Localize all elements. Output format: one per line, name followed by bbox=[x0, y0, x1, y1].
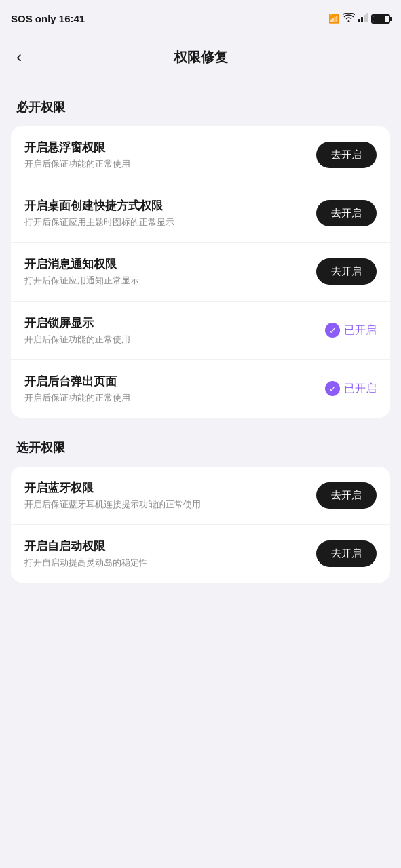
status-icons: 📶 bbox=[328, 13, 390, 24]
section-title-required: 必开权限 bbox=[0, 88, 401, 121]
permission-desc-bluetooth: 开启后保证蓝牙耳机连接提示功能的正常使用 bbox=[24, 498, 305, 511]
permission-title-auto-start: 开启自启动权限 bbox=[24, 538, 305, 554]
enabled-label-background-popup: 已开启 bbox=[344, 382, 377, 396]
enable-button-float-window[interactable]: 去开启 bbox=[316, 142, 377, 168]
permission-title-float-window: 开启悬浮窗权限 bbox=[24, 140, 305, 155]
permission-row-float-window: 开启悬浮窗权限开启后保证功能的正常使用去开启 bbox=[11, 126, 390, 184]
permission-desc-notification: 打开后保证应用通知正常显示 bbox=[24, 275, 305, 287]
permission-desc-float-window: 开启后保证功能的正常使用 bbox=[24, 158, 305, 170]
permission-text-desktop-shortcut: 开启桌面创建快捷方式权限打开后保证应用主题时图标的正常显示 bbox=[24, 198, 305, 229]
section-title-optional: 选开权限 bbox=[0, 429, 401, 461]
status-bar: SOS only 16:41 📶 bbox=[0, 0, 401, 37]
signal-icon bbox=[358, 13, 368, 24]
permission-text-float-window: 开启悬浮窗权限开启后保证功能的正常使用 bbox=[24, 140, 305, 170]
permission-desc-desktop-shortcut: 打开后保证应用主题时图标的正常显示 bbox=[24, 216, 305, 229]
enable-button-desktop-shortcut[interactable]: 去开启 bbox=[316, 200, 377, 226]
permission-row-background-popup: 开启后台弹出页面开启后保证功能的正常使用✓已开启 bbox=[11, 360, 390, 418]
status-time: SOS only 16:41 bbox=[11, 13, 85, 24]
svg-rect-2 bbox=[364, 15, 366, 22]
permission-title-background-popup: 开启后台弹出页面 bbox=[24, 374, 314, 389]
svg-rect-3 bbox=[366, 13, 368, 22]
permission-desc-lock-screen: 开启后保证功能的正常使用 bbox=[24, 334, 314, 346]
enable-button-bluetooth[interactable]: 去开启 bbox=[316, 482, 377, 509]
page-title: 权限修复 bbox=[174, 48, 228, 66]
permission-title-bluetooth: 开启蓝牙权限 bbox=[24, 480, 305, 496]
permission-text-bluetooth: 开启蓝牙权限开启后保证蓝牙耳机连接提示功能的正常使用 bbox=[24, 480, 305, 511]
enabled-label-lock-screen: 已开启 bbox=[344, 323, 377, 338]
permission-row-notification: 开启消息通知权限打开后保证应用通知正常显示去开启 bbox=[11, 243, 390, 301]
card-optional: 开启蓝牙权限开启后保证蓝牙耳机连接提示功能的正常使用去开启开启自启动权限打开自启… bbox=[11, 467, 390, 583]
card-required: 开启悬浮窗权限开启后保证功能的正常使用去开启开启桌面创建快捷方式权限打开后保证应… bbox=[11, 126, 390, 418]
sections-container: 必开权限开启悬浮窗权限开启后保证功能的正常使用去开启开启桌面创建快捷方式权限打开… bbox=[0, 88, 401, 583]
permission-desc-auto-start: 打开自启动提高灵动岛的稳定性 bbox=[24, 557, 305, 569]
section-required: 必开权限开启悬浮窗权限开启后保证功能的正常使用去开启开启桌面创建快捷方式权限打开… bbox=[0, 88, 401, 418]
permission-text-notification: 开启消息通知权限打开后保证应用通知正常显示 bbox=[24, 256, 305, 287]
check-icon-lock-screen: ✓ bbox=[325, 323, 340, 338]
permission-row-auto-start: 开启自启动权限打开自启动提高灵动岛的稳定性去开启 bbox=[11, 525, 390, 583]
battery-icon bbox=[371, 14, 390, 24]
check-icon-background-popup: ✓ bbox=[325, 381, 340, 396]
permission-title-notification: 开启消息通知权限 bbox=[24, 256, 305, 272]
permission-desc-background-popup: 开启后保证功能的正常使用 bbox=[24, 392, 314, 404]
permission-text-lock-screen: 开启锁屏显示开启后保证功能的正常使用 bbox=[24, 315, 314, 346]
enabled-status-background-popup: ✓已开启 bbox=[325, 381, 377, 396]
permission-row-bluetooth: 开启蓝牙权限开启后保证蓝牙耳机连接提示功能的正常使用去开启 bbox=[11, 467, 390, 525]
enabled-status-lock-screen: ✓已开启 bbox=[325, 323, 377, 338]
permission-text-auto-start: 开启自启动权限打开自启动提高灵动岛的稳定性 bbox=[24, 538, 305, 569]
svg-rect-0 bbox=[358, 19, 360, 22]
permission-title-desktop-shortcut: 开启桌面创建快捷方式权限 bbox=[24, 198, 305, 214]
permission-title-lock-screen: 开启锁屏显示 bbox=[24, 315, 314, 331]
section-optional: 选开权限开启蓝牙权限开启后保证蓝牙耳机连接提示功能的正常使用去开启开启自启动权限… bbox=[0, 429, 401, 583]
back-button[interactable]: ‹ bbox=[11, 43, 27, 71]
enable-button-auto-start[interactable]: 去开启 bbox=[316, 540, 377, 567]
permission-row-lock-screen: 开启锁屏显示开启后保证功能的正常使用✓已开启 bbox=[11, 302, 390, 360]
svg-rect-1 bbox=[361, 17, 363, 22]
permission-row-desktop-shortcut: 开启桌面创建快捷方式权限打开后保证应用主题时图标的正常显示去开启 bbox=[11, 184, 390, 243]
wifi-icon bbox=[343, 13, 355, 24]
permission-text-background-popup: 开启后台弹出页面开启后保证功能的正常使用 bbox=[24, 374, 314, 404]
header: ‹ 权限修复 bbox=[0, 37, 401, 77]
nfc-icon: 📶 bbox=[328, 14, 339, 24]
enable-button-notification[interactable]: 去开启 bbox=[316, 258, 377, 285]
